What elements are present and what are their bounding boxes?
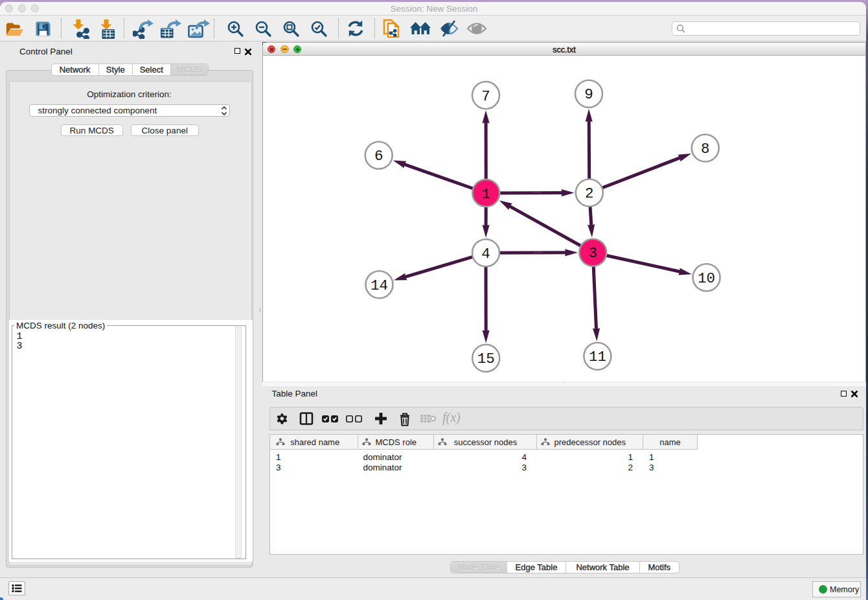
svg-text:6: 6 bbox=[374, 148, 383, 165]
svg-text:2: 2 bbox=[585, 185, 594, 202]
svg-text:1: 1 bbox=[482, 185, 491, 202]
svg-text:3: 3 bbox=[589, 245, 598, 262]
svg-text:7: 7 bbox=[481, 87, 490, 104]
svg-text:9: 9 bbox=[584, 86, 593, 103]
svg-text:15: 15 bbox=[477, 351, 495, 367]
svg-text:8: 8 bbox=[701, 141, 710, 157]
svg-text:10: 10 bbox=[698, 270, 715, 286]
svg-text:4: 4 bbox=[481, 245, 490, 262]
svg-text:14: 14 bbox=[371, 277, 388, 294]
svg-text:11: 11 bbox=[589, 349, 606, 365]
